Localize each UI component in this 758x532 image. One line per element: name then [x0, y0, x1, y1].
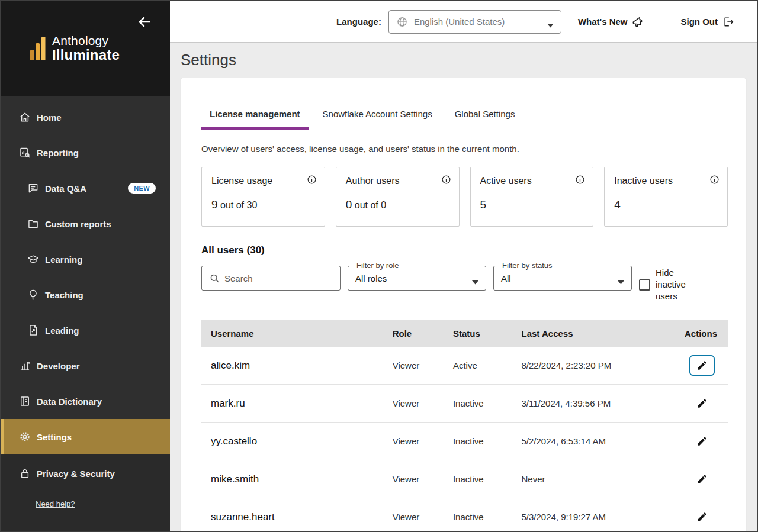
sidebar-item-label: Reporting: [37, 148, 79, 158]
sidebar-item-data-qa[interactable]: Data Q&A NEW: [1, 170, 170, 206]
filter-by-role-label: Filter by role: [354, 261, 402, 270]
sidebar-item-teaching[interactable]: Teaching: [1, 277, 170, 312]
sign-out-label: Sign Out: [681, 17, 718, 27]
tab-bar: License management Snowflake Account Set…: [201, 109, 728, 130]
info-icon[interactable]: [307, 175, 317, 185]
language-label: Language:: [336, 17, 381, 27]
whats-new-button[interactable]: What's New: [578, 15, 644, 28]
collapse-sidebar-icon[interactable]: [137, 14, 155, 32]
sign-out-icon: [722, 16, 734, 28]
info-icon[interactable]: [441, 175, 451, 185]
language-select[interactable]: English (United States): [388, 10, 561, 34]
hide-inactive-checkbox[interactable]: [639, 279, 650, 291]
cell-role: Viewer: [383, 460, 444, 498]
sidebar-item-label: Data Dictionary: [37, 396, 102, 407]
edit-user-button[interactable]: [689, 507, 715, 527]
caret-down-icon: [472, 276, 478, 280]
sidebar-item-leading[interactable]: Leading: [1, 312, 170, 348]
need-help-link[interactable]: Need help?: [36, 499, 75, 508]
hide-inactive-users-control: Hide inactive users: [639, 266, 692, 302]
brand-illuminate: Illuminate: [52, 47, 120, 62]
stat-suffix: out of 30: [218, 200, 258, 210]
col-last-access: Last Access: [512, 320, 670, 347]
sidebar-nav: Home Reporting Data Q&A NEW Custom repor…: [1, 96, 170, 531]
teaching-icon: [27, 289, 39, 301]
stat-value: 4: [614, 198, 621, 211]
cell-username: mark.ru: [201, 385, 383, 423]
table-row: suzanne.heart Viewer Inactive 5/3/2024, …: [201, 498, 728, 531]
tab-global-settings[interactable]: Global Settings: [447, 109, 523, 130]
edit-user-button[interactable]: [689, 469, 715, 489]
cell-role: Viewer: [383, 498, 444, 531]
search-icon: [209, 273, 220, 283]
tab-snowflake-account-settings[interactable]: Snowflake Account Settings: [314, 109, 441, 130]
overview-text: Overview of users' access, license usage…: [201, 144, 728, 154]
stat-label: Inactive users: [614, 176, 718, 186]
home-icon: [19, 111, 31, 123]
pencil-icon: [696, 398, 708, 409]
cell-status: Inactive: [444, 460, 512, 498]
sidebar-item-label: Developer: [37, 361, 80, 371]
sidebar-item-label: Learning: [45, 254, 82, 265]
info-icon[interactable]: [575, 175, 585, 185]
sidebar-item-label: Custom reports: [45, 219, 111, 229]
whats-new-label: What's New: [578, 17, 628, 27]
search-input[interactable]: [224, 273, 334, 283]
cell-username: mike.smith: [201, 460, 383, 498]
brand-text: Anthology Illuminate: [52, 34, 120, 62]
cell-role: Viewer: [383, 423, 444, 460]
pencil-icon: [696, 360, 708, 371]
stat-value: 5: [480, 198, 487, 211]
language-selected-value: English (United States): [414, 17, 505, 27]
sidebar-item-label: Data Q&A: [45, 183, 86, 194]
edit-user-button[interactable]: [689, 393, 715, 414]
filter-by-status-label: Filter by status: [499, 261, 555, 270]
filter-by-role-value: All roles: [355, 273, 387, 283]
custom-reports-icon: [27, 218, 39, 230]
sidebar-item-label: Leading: [45, 325, 79, 336]
stat-label: License usage: [211, 176, 315, 186]
cell-status: Inactive: [444, 498, 512, 531]
cell-status: Inactive: [444, 385, 512, 423]
edit-user-button[interactable]: [689, 431, 715, 452]
globe-icon: [396, 16, 408, 28]
filter-by-role-select[interactable]: Filter by role All roles: [348, 266, 486, 291]
edit-user-button[interactable]: [689, 355, 715, 376]
sidebar-item-reporting[interactable]: Reporting: [1, 135, 170, 170]
stat-value: 9: [211, 198, 218, 211]
sidebar-item-learning[interactable]: Learning: [1, 241, 170, 277]
sidebar-item-developer[interactable]: Developer: [1, 348, 170, 383]
all-users-heading: All users (30): [201, 244, 728, 256]
cell-last-access: Never: [512, 460, 670, 498]
stat-label: Author users: [346, 176, 449, 186]
page-title: Settings: [170, 43, 757, 76]
data-dictionary-icon: [19, 395, 31, 407]
cell-username: alice.kim: [201, 347, 383, 385]
sidebar-item-settings[interactable]: Settings: [1, 419, 170, 454]
stat-active-users: Active users 5: [470, 167, 594, 227]
sidebar-item-label: Privacy & Security: [37, 469, 115, 479]
tab-license-management[interactable]: License management: [201, 109, 309, 130]
sidebar-item-privacy-security[interactable]: Privacy & Security: [1, 456, 170, 491]
sidebar-item-data-dictionary[interactable]: Data Dictionary: [1, 383, 170, 419]
col-username: Username: [201, 320, 383, 347]
anthology-logo-icon: [30, 36, 46, 62]
col-role: Role: [383, 320, 444, 347]
stat-author-users: Author users 0 out of 0: [336, 167, 460, 227]
sidebar-item-home[interactable]: Home: [1, 99, 170, 135]
cell-last-access: 8/22/2024, 2:23:20 PM: [512, 347, 670, 385]
new-badge: NEW: [128, 183, 156, 194]
info-icon[interactable]: [709, 175, 720, 185]
sidebar-item-label: Home: [37, 112, 62, 122]
filter-by-status-select[interactable]: Filter by status All: [493, 266, 632, 291]
sign-out-button[interactable]: Sign Out: [681, 16, 735, 28]
stat-inactive-users: Inactive users 4: [604, 167, 728, 227]
learning-icon: [27, 253, 39, 265]
cell-last-access: 3/11/2024, 4:39:56 PM: [512, 385, 670, 423]
filters-row: Filter by role All roles Filter by statu…: [201, 266, 728, 302]
stat-value: 0: [346, 198, 352, 211]
sidebar-item-custom-reports[interactable]: Custom reports: [1, 206, 170, 241]
brand-anthology: Anthology: [52, 34, 120, 47]
table-row: mark.ru Viewer Inactive 3/11/2024, 4:39:…: [201, 385, 728, 423]
cell-role: Viewer: [383, 385, 444, 423]
